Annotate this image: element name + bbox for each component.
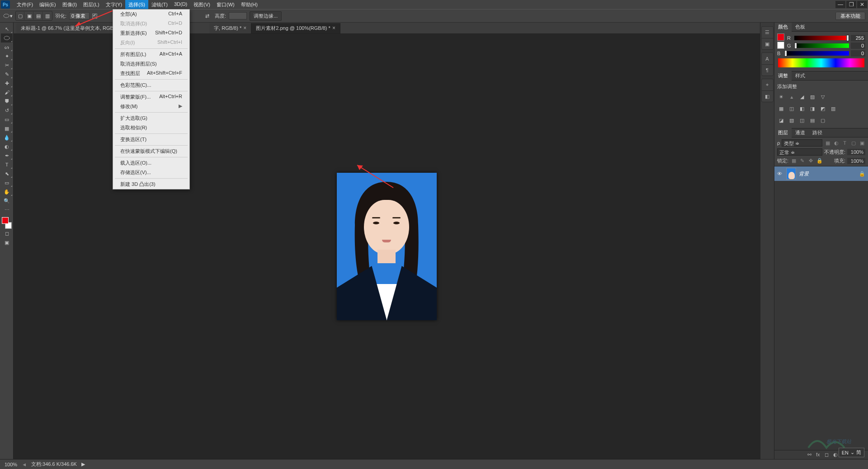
menu-view[interactable]: 视图(V) [190,0,213,9]
zoom-tool[interactable]: 🔍 [1,196,13,205]
maximize-button[interactable]: ❐ [846,1,856,8]
text-tool[interactable]: T [1,160,13,169]
dd-find-layers[interactable]: 查找图层Alt+Shift+Ctrl+F [113,69,189,78]
eyedropper-tool[interactable]: ✎ [1,70,13,79]
screen-mode-toggle[interactable]: ▣ [1,238,13,247]
blend-mode-select[interactable]: 正常 ≑ [777,148,822,156]
dd-new-3d-extrusion[interactable]: 新建 3D 凸出(3) [113,180,189,189]
lock-transparency-icon[interactable]: ▦ [790,157,797,164]
selective-color-icon[interactable]: ▢ [819,116,827,124]
healing-tool[interactable]: ✚ [1,79,13,88]
antialias-checkbox[interactable] [92,14,97,19]
crop-tool[interactable]: ✂ [1,61,13,70]
dd-load-selection[interactable]: 载入选区(O)... [113,158,189,168]
dd-all[interactable]: 全部(A)Ctrl+A [113,9,189,19]
panel-background-swatch[interactable] [777,42,784,49]
zoom-level[interactable]: 100% [5,462,17,467]
brush-tool[interactable]: 🖌 [1,88,13,97]
selection-add-icon[interactable]: ▣ [25,12,33,20]
navigator-panel-icon[interactable]: ⌖ [762,79,773,90]
dd-deselect[interactable]: 取消选择(D)Ctrl+D [113,19,189,28]
document-info[interactable]: 文档:346.6 K/346.6K [31,461,77,468]
menu-image[interactable]: 图像(I) [59,0,80,9]
filter-adjust-icon[interactable]: ◐ [833,140,840,147]
height-input[interactable] [229,12,247,19]
tab-styles[interactable]: 样式 [792,71,809,81]
filter-text-icon[interactable]: T [841,140,848,147]
hand-tool[interactable]: ✋ [1,187,13,196]
invert-icon[interactable]: ◪ [777,116,785,124]
opacity-value[interactable]: 100% [847,149,865,155]
eraser-tool[interactable]: ▭ [1,115,13,124]
dd-similar[interactable]: 选取相似(R) [113,123,189,133]
dodge-tool[interactable]: ◐ [1,142,13,151]
filter-smart-icon[interactable]: ▣ [859,140,865,147]
filter-kind-select[interactable]: 类型 ≑ [782,139,822,147]
actions-panel-icon[interactable]: ▣ [762,38,773,49]
move-tool[interactable]: ↖ [1,24,13,33]
menu-window[interactable]: 窗口(W) [213,0,238,9]
tab-swatches[interactable]: 色板 [792,22,809,32]
blur-tool[interactable]: 💧 [1,133,13,142]
lock-all-icon[interactable]: 🔒 [816,157,823,164]
dd-color-range[interactable]: 色彩范围(C)... [113,81,189,90]
wand-tool[interactable]: ✦ [1,52,13,61]
workspace-switcher[interactable]: 基本功能 [835,12,865,20]
document-tab[interactable]: 字, RGB/8) *× [209,23,251,33]
color-balance-icon[interactable]: ◫ [788,104,796,113]
dd-refine-mask[interactable]: 调整蒙版(F)...Alt+Ctrl+R [113,92,189,102]
lock-icon[interactable]: 🔒 [859,171,865,177]
history-panel-icon[interactable]: ☰ [762,27,773,38]
marquee-tool[interactable] [1,33,13,43]
stamp-tool[interactable]: ⛊ [1,97,13,106]
layer-thumbnail[interactable] [786,168,796,180]
menu-layer[interactable]: 图层(L) [80,0,102,9]
gradient-map-icon[interactable]: ▤ [808,116,816,124]
dd-quick-mask[interactable]: 在快速蒙版模式下编辑(Q) [113,147,189,156]
filter-pixel-icon[interactable]: ▦ [824,140,831,147]
lock-position-icon[interactable]: ✥ [807,157,814,164]
lasso-tool[interactable]: ᔕ [1,43,13,52]
history-brush-tool[interactable]: ↺ [1,106,13,115]
info-panel-icon[interactable]: ◧ [762,90,773,102]
selection-subtract-icon[interactable]: ▤ [34,12,42,20]
layer-name-label[interactable]: 背景 [799,171,856,177]
feather-input[interactable] [69,12,90,19]
exposure-icon[interactable]: ▨ [808,93,816,101]
close-button[interactable]: ✕ [857,1,867,8]
curves-icon[interactable]: ◢ [798,93,806,101]
pen-tool[interactable]: ✒ [1,151,13,160]
menu-file[interactable]: 文件(F) [14,0,36,9]
path-selection-tool[interactable]: ⬉ [1,169,13,178]
dd-grow[interactable]: 扩大选取(G) [113,114,189,123]
tab-layers[interactable]: 图层 [774,128,792,137]
tab-close-icon[interactable]: × [243,25,246,31]
panel-foreground-swatch[interactable] [777,33,784,41]
menu-filter[interactable]: 滤镜(T) [148,0,171,9]
dd-save-selection[interactable]: 存储选区(V)... [113,168,189,177]
paragraph-panel-icon[interactable]: ¶ [762,64,773,76]
dd-reselect[interactable]: 重新选择(E)Shift+Ctrl+D [113,28,189,38]
slider-b[interactable] [784,51,849,56]
slider-r[interactable] [794,36,849,40]
shape-tool[interactable]: ▭ [1,178,13,187]
lookup-icon[interactable]: ▥ [829,104,837,113]
fill-value[interactable]: 100% [847,158,865,164]
dd-transform-selection[interactable]: 变换选区(T) [113,135,189,144]
hue-icon[interactable]: ▦ [777,104,785,113]
swap-dimensions-icon[interactable]: ⇄ [202,11,212,21]
dd-all-layers[interactable]: 所有图层(L)Alt+Ctrl+A [113,50,189,59]
visibility-toggle-icon[interactable]: 👁 [777,171,783,176]
tab-channels[interactable]: 通道 [792,128,809,137]
menu-3d[interactable]: 3D(D) [171,0,190,9]
color-swatches[interactable] [1,217,13,229]
menu-edit[interactable]: 编辑(E) [36,0,59,9]
value-b[interactable]: 0 [851,50,865,57]
layer-row-background[interactable]: 👁 背景 🔒 [774,166,868,181]
vibrance-icon[interactable]: ▽ [819,93,827,101]
channel-mixer-icon[interactable]: ◩ [819,104,827,113]
refine-edge-button[interactable]: 调整边缘... [250,11,282,21]
gradient-tool[interactable]: ▦ [1,124,13,133]
value-g[interactable]: 0 [851,43,865,49]
quick-mask-toggle[interactable]: ◻ [1,229,13,238]
